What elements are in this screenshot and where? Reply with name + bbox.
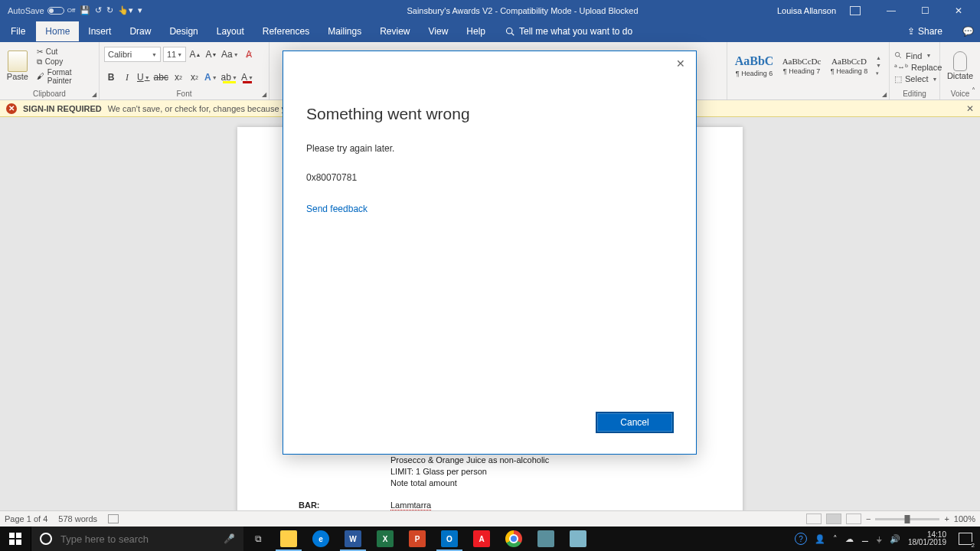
- read-mode-button[interactable]: [806, 514, 822, 524]
- find-button[interactable]: Find▼: [894, 51, 942, 60]
- copy-button[interactable]: ⧉Copy: [37, 57, 94, 67]
- paste-button[interactable]: Paste: [5, 51, 31, 81]
- wifi-icon[interactable]: ⏚: [877, 534, 882, 543]
- taskbar-app-file-explorer[interactable]: [273, 527, 305, 551]
- taskbar-app-powerpoint[interactable]: P: [401, 527, 433, 551]
- taskbar-app-outlook[interactable]: O: [433, 527, 466, 551]
- share-label: Share: [918, 26, 942, 37]
- bold-button[interactable]: B: [104, 70, 118, 85]
- clear-formatting-button[interactable]: A̷: [242, 47, 256, 62]
- microphone-icon[interactable]: 🎤: [214, 533, 243, 544]
- subscript-button[interactable]: x2: [172, 70, 185, 85]
- comments-icon[interactable]: 💬: [962, 26, 974, 37]
- undo-icon[interactable]: ↺: [95, 5, 102, 15]
- tab-mailings[interactable]: Mailings: [318, 21, 371, 41]
- font-name-combo[interactable]: Calibri▼: [104, 47, 161, 62]
- tray-chevron-up-icon[interactable]: ˄: [833, 534, 838, 544]
- spellcheck-icon[interactable]: [108, 514, 119, 523]
- tab-help[interactable]: Help: [457, 21, 495, 41]
- word-count[interactable]: 578 words: [58, 514, 97, 523]
- shrink-font-button[interactable]: A▼: [204, 47, 218, 62]
- share-button[interactable]: ⇪ Share: [907, 26, 962, 37]
- taskbar-app-chrome[interactable]: [498, 527, 530, 551]
- zoom-out-button[interactable]: −: [866, 514, 871, 523]
- tab-design[interactable]: Design: [160, 21, 207, 41]
- dictate-button[interactable]: Dictate: [945, 51, 975, 80]
- tab-view[interactable]: View: [420, 21, 458, 41]
- font-size-combo[interactable]: 11▼: [163, 47, 186, 62]
- dialog-close-button[interactable]: ✕: [676, 57, 685, 70]
- highlight-button[interactable]: ab▼: [220, 70, 238, 85]
- maximize-button[interactable]: ☐: [908, 0, 942, 21]
- taskbar-app-unknown-2[interactable]: [562, 527, 594, 551]
- message-bar-close-button[interactable]: ✕: [966, 103, 974, 114]
- taskbar-app-word[interactable]: W: [337, 527, 369, 551]
- zoom-level[interactable]: 100%: [954, 514, 975, 523]
- zoom-slider[interactable]: [875, 518, 939, 520]
- dialog-heading: Something went wrong: [306, 105, 673, 123]
- autosave-toggle[interactable]: AutoSave Off: [8, 6, 75, 15]
- taskbar-clock[interactable]: 14:10 18/01/2019: [908, 531, 946, 547]
- collapse-ribbon-icon[interactable]: ˄: [972, 86, 975, 95]
- close-window-button[interactable]: ✕: [942, 0, 975, 21]
- onedrive-icon[interactable]: ☁: [845, 534, 854, 544]
- text-effects-button[interactable]: A▼: [204, 70, 218, 85]
- taskbar-app-unknown-1[interactable]: [530, 527, 562, 551]
- cancel-button[interactable]: Cancel: [596, 412, 673, 432]
- volume-icon[interactable]: 🔊: [890, 534, 900, 544]
- tab-references[interactable]: References: [253, 21, 318, 41]
- tab-draw[interactable]: Draw: [120, 21, 160, 41]
- redo-icon[interactable]: ↻: [106, 5, 113, 15]
- tab-review[interactable]: Review: [371, 21, 419, 41]
- taskbar-search[interactable]: 🎤: [31, 527, 243, 551]
- taskbar-app-excel[interactable]: X: [369, 527, 401, 551]
- print-layout-button[interactable]: [826, 514, 841, 524]
- tab-layout[interactable]: Layout: [207, 21, 253, 41]
- italic-button[interactable]: I: [120, 70, 134, 85]
- taskbar-app-acrobat[interactable]: A: [466, 527, 498, 551]
- cut-button[interactable]: ✂Cut: [37, 47, 94, 56]
- style-heading-6[interactable]: AaBbC ¶ Heading 6: [733, 47, 776, 85]
- user-name[interactable]: Louisa Allanson: [777, 6, 836, 15]
- people-icon[interactable]: 👤: [815, 534, 825, 544]
- taskbar-app-edge[interactable]: e: [305, 527, 337, 551]
- styles-gallery-more-icon[interactable]: ▲▼▾: [876, 55, 881, 77]
- style-heading-8[interactable]: AaBbCcD ¶ Heading 8: [828, 47, 871, 85]
- web-layout-button[interactable]: [846, 514, 861, 524]
- network-icon[interactable]: ⚊: [861, 534, 869, 544]
- tab-home[interactable]: Home: [36, 21, 79, 41]
- underline-button[interactable]: U▼: [136, 70, 151, 85]
- tab-file[interactable]: File: [0, 21, 36, 41]
- help-icon[interactable]: ?: [795, 533, 807, 545]
- task-view-button[interactable]: ⧉: [243, 533, 273, 544]
- change-case-button[interactable]: Aa▼: [220, 47, 240, 62]
- send-feedback-link[interactable]: Send feedback: [306, 204, 368, 214]
- action-center-button[interactable]: 2: [954, 527, 977, 551]
- format-painter-button[interactable]: 🖌Format Painter: [37, 68, 94, 85]
- save-icon[interactable]: 💾: [80, 5, 90, 15]
- font-launcher-icon[interactable]: ◢: [262, 91, 266, 98]
- tell-me-search[interactable]: Tell me what you want to do: [505, 26, 632, 37]
- superscript-button[interactable]: x2: [188, 70, 201, 85]
- qat-customize-icon[interactable]: ▾: [138, 5, 142, 15]
- svg-point-0: [507, 28, 513, 34]
- start-button[interactable]: [0, 527, 31, 551]
- cursor-icon: ⬚: [894, 74, 902, 84]
- page-count[interactable]: Page 1 of 4: [5, 514, 47, 523]
- clipboard-launcher-icon[interactable]: ◢: [92, 91, 96, 98]
- account-icon[interactable]: [850, 6, 861, 15]
- word-icon: W: [345, 530, 361, 547]
- zoom-in-button[interactable]: +: [944, 514, 949, 523]
- styles-launcher-icon[interactable]: ◢: [882, 91, 887, 98]
- tab-insert[interactable]: Insert: [79, 21, 120, 41]
- touch-mode-icon[interactable]: 👆▾: [118, 5, 133, 15]
- select-button[interactable]: ⬚Select▼: [894, 74, 942, 84]
- select-label: Select: [905, 74, 929, 83]
- grow-font-button[interactable]: A▲: [188, 47, 202, 62]
- minimize-button[interactable]: —: [874, 0, 908, 21]
- taskbar-search-input[interactable]: [60, 533, 214, 545]
- font-color-button[interactable]: A▼: [240, 70, 254, 85]
- replace-button[interactable]: ᵃ↔ᵇReplace: [894, 63, 942, 72]
- style-heading-7[interactable]: AaBbCcDc ¶ Heading 7: [780, 47, 823, 85]
- strikethrough-button[interactable]: abc: [153, 70, 169, 85]
